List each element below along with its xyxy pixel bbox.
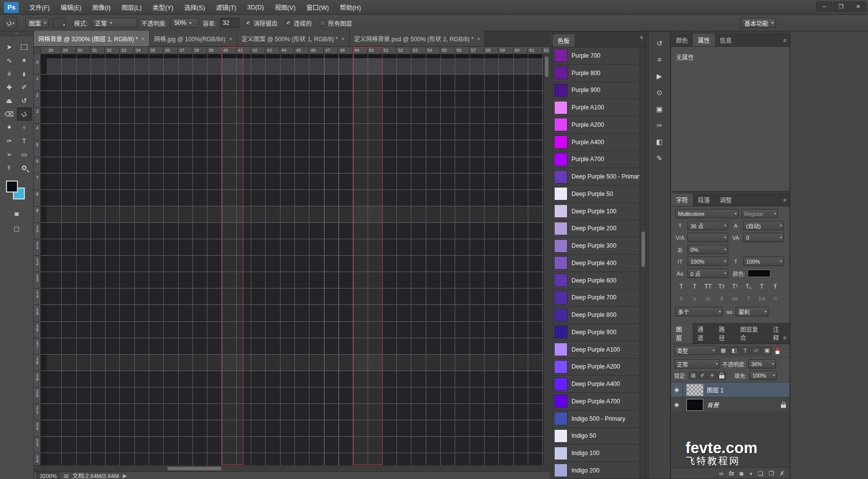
notes-panel-icon[interactable]: ✎: [653, 152, 667, 165]
swatch-row[interactable]: Deep Purple 500 - Primary: [553, 168, 640, 186]
document-tab[interactable]: 定义网格背景.psd @ 500% (形状 2, RGB/8) *×: [350, 31, 485, 46]
swatch-row[interactable]: Purple A400: [553, 134, 640, 151]
tool-preset-picker[interactable]: ⊔▾: [4, 17, 17, 29]
history-panel-icon[interactable]: ↺: [653, 37, 667, 50]
quick-selection-tool[interactable]: ✶: [17, 54, 32, 67]
panel-menu-icon[interactable]: ≡: [783, 37, 786, 43]
rectangular-marquee-tool[interactable]: [17, 40, 32, 54]
lock-all-icon[interactable]: [717, 372, 726, 380]
all-layers-checkbox[interactable]: 所有图层: [320, 19, 352, 27]
new-layer-icon[interactable]: ❐: [769, 470, 774, 477]
pixel-layer-filter-icon[interactable]: ▦: [718, 346, 728, 355]
tolerance-input[interactable]: [220, 18, 239, 28]
language-dropdown[interactable]: 多个: [675, 307, 723, 316]
status-indicator-icon[interactable]: ▤: [64, 473, 68, 479]
eraser-tool[interactable]: ⌫: [2, 107, 17, 121]
swatch-row[interactable]: Indigo 200: [553, 462, 640, 479]
tab-段落[interactable]: 段落: [693, 193, 715, 206]
spot-healing-brush-tool[interactable]: ✚: [2, 81, 17, 94]
window-maximize-button[interactable]: ❐: [833, 1, 849, 11]
swatch-row[interactable]: Indigo 50: [553, 428, 640, 445]
tracking-dropdown[interactable]: 0: [743, 233, 784, 242]
superscript-button[interactable]: T¹: [729, 282, 741, 291]
kerning-dropdown[interactable]: [687, 233, 728, 242]
tab-图层[interactable]: 图层: [671, 323, 692, 344]
blur-tool[interactable]: ♠: [2, 121, 17, 134]
swatch-row[interactable]: Deep Purple A700: [553, 393, 640, 410]
swatch-row[interactable]: Indigo 500 - Primary: [553, 410, 640, 428]
status-expand-arrow-icon[interactable]: ▶: [123, 473, 127, 479]
menu-edit[interactable]: 编辑(E): [55, 0, 87, 14]
zoom-level-field[interactable]: 3200%: [37, 473, 60, 479]
lock-image-pixels-icon[interactable]: ✐: [698, 372, 707, 380]
filter-toggle-switch[interactable]: [775, 347, 780, 355]
brush-tool[interactable]: ✐: [17, 81, 32, 94]
tsume-dropdown[interactable]: 0%: [687, 245, 728, 254]
tab-属性[interactable]: 属性: [693, 34, 715, 46]
text-color-swatch[interactable]: [748, 270, 771, 277]
swatch-row[interactable]: Purple A200: [553, 116, 640, 134]
vertical-scrollbar[interactable]: [543, 54, 550, 465]
panel-menu-icon[interactable]: ≡: [783, 197, 786, 203]
swatches-scrollbar-thumb[interactable]: [641, 231, 645, 267]
vertical-scrollbar-thumb[interactable]: [545, 56, 549, 77]
close-icon[interactable]: ×: [229, 36, 232, 42]
lock-position-icon[interactable]: ✛: [708, 372, 716, 380]
menu-file[interactable]: 文件(F): [24, 0, 55, 14]
tab-swatches[interactable]: 色板: [553, 34, 575, 47]
swatch-row[interactable]: Indigo 100: [553, 445, 640, 462]
menu-window[interactable]: 窗口(W): [301, 0, 334, 14]
horizontal-scrollbar-thumb[interactable]: [167, 467, 222, 471]
collapse-tools-icon[interactable]: ‹‹: [0, 31, 33, 36]
screen-mode-button[interactable]: ▢: [10, 223, 23, 233]
opentype-button[interactable]: T: [742, 294, 755, 303]
adjustment-layer-filter-icon[interactable]: ◧: [729, 346, 739, 355]
close-icon[interactable]: ×: [477, 36, 480, 42]
paint-bucket-tool[interactable]: ⊔: [17, 107, 32, 121]
layer-filter-dropdown[interactable]: 类型: [674, 346, 717, 355]
lasso-tool[interactable]: ∿: [2, 54, 17, 67]
menu-3d[interactable]: 3D(D): [242, 0, 269, 14]
anti-alias-dropdown[interactable]: 犀利: [736, 307, 769, 316]
close-icon[interactable]: ×: [341, 36, 344, 42]
menu-filter[interactable]: 滤镜(T): [210, 0, 242, 14]
blend-mode-dropdown[interactable]: 正常: [92, 18, 137, 28]
swatch-row[interactable]: Purple 800: [553, 65, 640, 82]
panel-menu-icon[interactable]: ≡: [783, 335, 786, 341]
opentype-button[interactable]: 1st: [756, 294, 768, 303]
tab-通道[interactable]: 通道: [692, 323, 714, 344]
layer-row[interactable]: ◉背景: [671, 397, 789, 412]
tab-调整[interactable]: 调整: [715, 193, 737, 206]
layer-opacity-dropdown[interactable]: 36%: [748, 359, 776, 369]
font-family-dropdown[interactable]: Multicolore: [675, 209, 739, 218]
crop-tool[interactable]: #: [2, 67, 17, 81]
font-style-dropdown[interactable]: Regular: [741, 209, 778, 218]
small-caps-button[interactable]: Tᴛ: [715, 282, 728, 291]
menu-select[interactable]: 选择(S): [179, 0, 210, 14]
shape-layer-filter-icon[interactable]: ▱: [751, 346, 761, 355]
baseline-shift-field[interactable]: 0 点: [687, 269, 728, 278]
eyedropper-tool[interactable]: ✒: [17, 67, 32, 81]
opentype-button[interactable]: ½: [769, 294, 781, 303]
swatch-row[interactable]: Deep Purple 100: [553, 203, 640, 220]
window-minimize-button[interactable]: ─: [816, 1, 832, 11]
zoom-tool[interactable]: [17, 161, 32, 175]
tab-颜色[interactable]: 颜色: [671, 34, 693, 46]
subscript-button[interactable]: T₁: [742, 282, 755, 291]
adjustments-panel-icon[interactable]: ≡: [653, 53, 667, 66]
swatch-row[interactable]: Deep Purple 300: [553, 237, 640, 255]
styles-panel-icon[interactable]: ▣: [653, 102, 667, 115]
all-caps-button[interactable]: TT: [702, 282, 714, 291]
menu-view[interactable]: 视图(V): [269, 0, 301, 14]
lock-transparent-pixels-icon[interactable]: ▨: [689, 372, 697, 380]
swatch-row[interactable]: Deep Purple 600: [553, 272, 640, 289]
dodge-tool[interactable]: ♀: [17, 121, 32, 134]
strik ethrough-button[interactable]: Ŧ: [769, 282, 781, 291]
smart-object-filter-icon[interactable]: ▣: [762, 346, 772, 355]
clone-stamp-tool[interactable]: ⏏: [2, 94, 17, 107]
swatch-row[interactable]: Deep Purple 700: [553, 289, 640, 307]
workspace-switcher-button[interactable]: 基本功能: [741, 18, 776, 28]
tab-字符[interactable]: 字符: [671, 193, 693, 206]
move-tool[interactable]: ➤: [2, 40, 17, 54]
swatch-row[interactable]: Deep Purple 50: [553, 186, 640, 203]
